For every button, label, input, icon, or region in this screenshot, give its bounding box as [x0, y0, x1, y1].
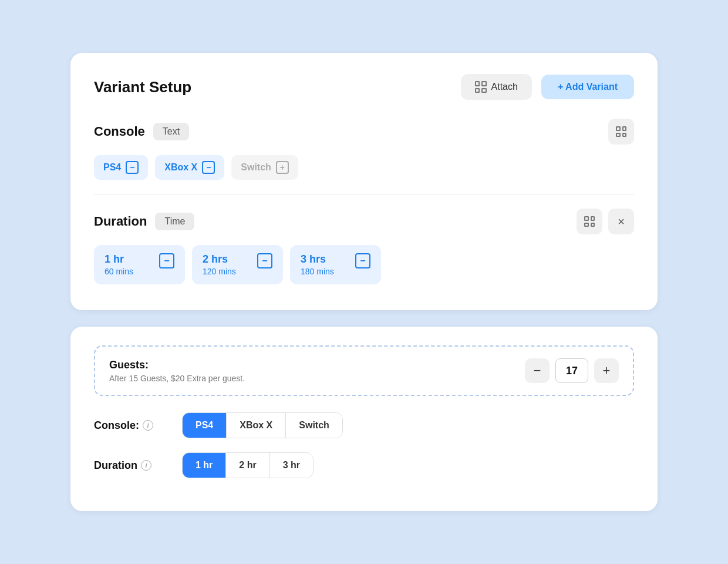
console-section-header: Console Text: [94, 119, 634, 145]
attach-button[interactable]: Attach: [461, 74, 532, 100]
duration-actions: ×: [577, 209, 634, 234]
duration-1hr-main: 1 hr: [105, 253, 133, 266]
duration-chip-2hr-top: 2 hrs 120 mins −: [203, 253, 272, 276]
duration-chip-1hr-top: 1 hr 60 mins −: [105, 253, 174, 276]
console-option-ps4[interactable]: PS4: [183, 413, 227, 438]
guests-box: Guests: After 15 Guests, $20 Extra per g…: [94, 345, 634, 396]
console-selector-label: Console: i: [94, 419, 170, 432]
duration-3hr-remove-icon[interactable]: −: [355, 253, 370, 268]
duration-option-2hr[interactable]: 2 hr: [226, 453, 269, 478]
duration-grid-icon: [584, 216, 595, 227]
console-attach-icon-btn[interactable]: [608, 119, 634, 145]
add-variant-label: + Add Variant: [558, 82, 618, 92]
card-header: Variant Setup Attach + Add Variant: [94, 74, 634, 100]
chip-xbox[interactable]: XBox X −: [155, 155, 224, 180]
attach-grid-icon: [475, 81, 487, 93]
duration-3hr-main: 3 hrs: [301, 253, 334, 266]
console-label: Console: [94, 124, 145, 139]
attach-label: Attach: [491, 82, 518, 92]
duration-chip-1hr[interactable]: 1 hr 60 mins −: [94, 245, 185, 284]
duration-selector-row: Duration i 1 hr 2 hr 3 hr: [94, 452, 634, 478]
duration-2hr-main: 2 hrs: [203, 253, 236, 266]
duration-type-badge: Time: [155, 213, 194, 230]
guests-increment-button[interactable]: +: [594, 358, 619, 383]
chip-xbox-remove-icon[interactable]: −: [202, 161, 215, 174]
duration-chip-3hr[interactable]: 3 hrs 180 mins −: [290, 245, 381, 284]
console-type-badge: Text: [153, 123, 189, 140]
duration-close-btn[interactable]: ×: [608, 209, 634, 234]
duration-3hr-sub: 180 mins: [301, 267, 334, 276]
guests-value: 17: [555, 358, 588, 383]
bottom-card: Guests: After 15 Guests, $20 Extra per g…: [70, 327, 658, 511]
duration-1hr-remove-icon[interactable]: −: [159, 253, 174, 268]
section-divider: [94, 194, 634, 194]
console-section: Console Text PS4 −: [94, 119, 634, 180]
add-variant-button[interactable]: + Add Variant: [541, 75, 634, 99]
duration-label: Duration: [94, 214, 147, 229]
duration-1hr-sub: 60 mins: [105, 267, 133, 276]
chip-ps4[interactable]: PS4 −: [94, 155, 148, 180]
chip-ps4-label: PS4: [103, 162, 121, 173]
chip-xbox-label: XBox X: [164, 162, 197, 173]
console-selector-row: Console: i PS4 XBox X Switch: [94, 412, 634, 438]
chip-switch-label: Switch: [241, 162, 271, 173]
console-option-switch[interactable]: Switch: [286, 413, 342, 438]
chip-switch-add-icon[interactable]: +: [276, 161, 289, 174]
console-chips: PS4 − XBox X − Switch +: [94, 155, 634, 180]
duration-2hr-sub: 120 mins: [203, 267, 236, 276]
duration-chips: 1 hr 60 mins − 2 hrs 120 mins −: [94, 245, 634, 284]
duration-section-header: Duration Time ×: [94, 209, 634, 234]
console-selector-group: PS4 XBox X Switch: [182, 412, 343, 438]
duration-2hr-remove-icon[interactable]: −: [257, 253, 272, 268]
duration-selector-group: 1 hr 2 hr 3 hr: [182, 452, 314, 478]
console-option-xbox[interactable]: XBox X: [227, 413, 286, 438]
guests-counter: − 17 +: [525, 358, 619, 383]
duration-option-3hr[interactable]: 3 hr: [270, 453, 313, 478]
guests-label: Guests:: [109, 359, 245, 371]
duration-chip-3hr-top: 3 hrs 180 mins −: [301, 253, 370, 276]
console-info-icon: i: [143, 420, 153, 431]
duration-section: Duration Time ×: [94, 209, 634, 284]
duration-info-icon: i: [141, 460, 151, 471]
duration-chip-2hr[interactable]: 2 hrs 120 mins −: [192, 245, 283, 284]
close-icon: ×: [618, 215, 625, 229]
duration-attach-icon-btn[interactable]: [577, 209, 602, 234]
duration-option-1hr[interactable]: 1 hr: [183, 453, 226, 478]
console-grid-icon: [616, 126, 626, 137]
page-container: Variant Setup Attach + Add Variant Conso…: [70, 53, 658, 511]
guests-info: Guests: After 15 Guests, $20 Extra per g…: [109, 359, 245, 383]
guests-note: After 15 Guests, $20 Extra per guest.: [109, 374, 245, 383]
chip-ps4-remove-icon[interactable]: −: [126, 161, 139, 174]
chip-switch[interactable]: Switch +: [231, 155, 298, 180]
top-card: Variant Setup Attach + Add Variant Conso…: [70, 53, 658, 310]
page-title: Variant Setup: [94, 78, 451, 96]
console-actions: [608, 119, 634, 145]
duration-selector-label: Duration i: [94, 459, 170, 472]
guests-decrement-button[interactable]: −: [525, 358, 550, 383]
